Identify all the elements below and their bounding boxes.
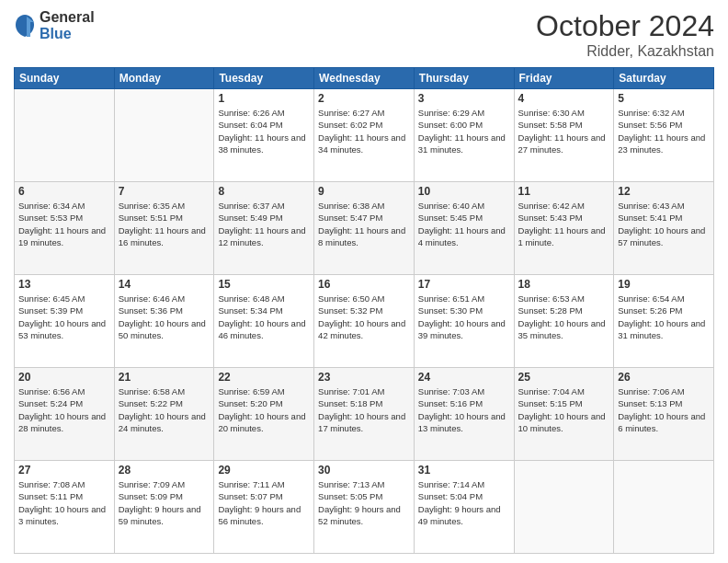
day-cell: 9Sunrise: 6:38 AM Sunset: 5:47 PM Daylig… [314,182,415,275]
weekday-header-tuesday: Tuesday [214,68,314,89]
day-cell: 12Sunrise: 6:43 AM Sunset: 5:41 PM Dayli… [614,182,714,275]
day-number: 26 [618,371,710,384]
day-number: 8 [218,185,310,198]
day-cell [15,89,115,182]
day-cell: 16Sunrise: 6:50 AM Sunset: 5:32 PM Dayli… [314,275,415,368]
day-number: 16 [318,278,410,291]
day-cell: 21Sunrise: 6:58 AM Sunset: 5:22 PM Dayli… [114,368,214,461]
day-number: 9 [318,185,410,198]
day-number: 27 [18,464,110,477]
day-cell: 10Sunrise: 6:40 AM Sunset: 5:45 PM Dayli… [414,182,514,275]
day-number: 12 [618,185,710,198]
weekday-header-thursday: Thursday [414,68,514,89]
day-info: Sunrise: 7:13 AM Sunset: 5:05 PM Dayligh… [318,478,410,527]
day-cell: 4Sunrise: 6:30 AM Sunset: 5:58 PM Daylig… [514,89,614,182]
day-number: 6 [18,185,110,198]
day-info: Sunrise: 6:43 AM Sunset: 5:41 PM Dayligh… [618,200,710,248]
day-cell: 19Sunrise: 6:54 AM Sunset: 5:26 PM Dayli… [614,275,714,368]
title-area: October 2024 Ridder, Kazakhstan [536,9,714,60]
day-cell: 17Sunrise: 6:51 AM Sunset: 5:30 PM Dayli… [414,275,514,368]
day-info: Sunrise: 7:04 AM Sunset: 5:15 PM Dayligh… [518,385,610,434]
week-row-3: 13Sunrise: 6:45 AM Sunset: 5:39 PM Dayli… [15,275,714,368]
day-cell: 8Sunrise: 6:37 AM Sunset: 5:49 PM Daylig… [214,182,314,275]
day-number: 31 [418,464,510,477]
day-number: 30 [318,464,410,477]
day-info: Sunrise: 7:09 AM Sunset: 5:09 PM Dayligh… [119,478,210,527]
day-cell: 30Sunrise: 7:13 AM Sunset: 5:05 PM Dayli… [314,461,415,554]
day-info: Sunrise: 6:26 AM Sunset: 6:04 PM Dayligh… [218,107,310,155]
day-number: 3 [418,92,510,105]
day-number: 20 [18,371,110,384]
day-number: 1 [218,92,310,105]
week-row-4: 20Sunrise: 6:56 AM Sunset: 5:24 PM Dayli… [15,368,714,461]
day-cell: 27Sunrise: 7:08 AM Sunset: 5:11 PM Dayli… [15,461,115,554]
day-number: 21 [119,371,210,384]
logo: General Blue [14,9,95,41]
day-number: 7 [119,185,210,198]
day-cell: 26Sunrise: 7:06 AM Sunset: 5:13 PM Dayli… [614,368,714,461]
weekday-header-sunday: Sunday [15,68,115,89]
weekday-header-wednesday: Wednesday [314,68,415,89]
day-info: Sunrise: 6:58 AM Sunset: 5:22 PM Dayligh… [119,385,210,434]
day-info: Sunrise: 6:53 AM Sunset: 5:28 PM Dayligh… [518,293,610,341]
day-cell: 23Sunrise: 7:01 AM Sunset: 5:18 PM Dayli… [314,368,415,461]
day-cell: 13Sunrise: 6:45 AM Sunset: 5:39 PM Dayli… [15,275,115,368]
day-cell: 1Sunrise: 6:26 AM Sunset: 6:04 PM Daylig… [214,89,314,182]
day-info: Sunrise: 6:50 AM Sunset: 5:32 PM Dayligh… [318,293,410,341]
day-cell: 28Sunrise: 7:09 AM Sunset: 5:09 PM Dayli… [114,461,214,554]
day-cell: 3Sunrise: 6:29 AM Sunset: 6:00 PM Daylig… [414,89,514,182]
calendar-table: SundayMondayTuesdayWednesdayThursdayFrid… [14,67,714,554]
day-cell [514,461,614,554]
day-cell: 6Sunrise: 6:34 AM Sunset: 5:53 PM Daylig… [15,182,115,275]
day-cell: 2Sunrise: 6:27 AM Sunset: 6:02 PM Daylig… [314,89,415,182]
day-number: 29 [218,464,310,477]
day-number: 17 [418,278,510,291]
day-info: Sunrise: 7:06 AM Sunset: 5:13 PM Dayligh… [618,385,710,434]
day-info: Sunrise: 6:32 AM Sunset: 5:56 PM Dayligh… [618,107,710,155]
day-info: Sunrise: 6:45 AM Sunset: 5:39 PM Dayligh… [18,293,110,341]
logo-general-text: General [40,9,95,26]
weekday-header-friday: Friday [514,68,614,89]
day-info: Sunrise: 6:27 AM Sunset: 6:02 PM Dayligh… [318,107,410,155]
week-row-5: 27Sunrise: 7:08 AM Sunset: 5:11 PM Dayli… [15,461,714,554]
header: General Blue October 2024 Ridder, Kazakh… [14,9,714,60]
day-cell: 22Sunrise: 6:59 AM Sunset: 5:20 PM Dayli… [214,368,314,461]
weekday-header-monday: Monday [114,68,214,89]
day-info: Sunrise: 6:30 AM Sunset: 5:58 PM Dayligh… [518,107,610,155]
day-number: 25 [518,371,610,384]
day-number: 24 [418,371,510,384]
day-number: 22 [218,371,310,384]
day-info: Sunrise: 6:46 AM Sunset: 5:36 PM Dayligh… [119,293,210,341]
day-info: Sunrise: 6:48 AM Sunset: 5:34 PM Dayligh… [218,293,310,341]
day-number: 14 [119,278,210,291]
day-number: 28 [119,464,210,477]
day-number: 23 [318,371,410,384]
day-info: Sunrise: 6:38 AM Sunset: 5:47 PM Dayligh… [318,200,410,248]
weekday-header-row: SundayMondayTuesdayWednesdayThursdayFrid… [15,68,714,89]
day-cell: 20Sunrise: 6:56 AM Sunset: 5:24 PM Dayli… [15,368,115,461]
day-cell: 11Sunrise: 6:42 AM Sunset: 5:43 PM Dayli… [514,182,614,275]
day-cell [614,461,714,554]
day-info: Sunrise: 6:51 AM Sunset: 5:30 PM Dayligh… [418,293,510,341]
location: Ridder, Kazakhstan [536,43,714,60]
day-info: Sunrise: 6:56 AM Sunset: 5:24 PM Dayligh… [18,385,110,434]
logo-text: General Blue [40,9,95,41]
logo-icon [14,13,36,39]
week-row-1: 1Sunrise: 6:26 AM Sunset: 6:04 PM Daylig… [15,89,714,182]
day-cell: 18Sunrise: 6:53 AM Sunset: 5:28 PM Dayli… [514,275,614,368]
day-info: Sunrise: 7:01 AM Sunset: 5:18 PM Dayligh… [318,385,410,434]
day-cell: 5Sunrise: 6:32 AM Sunset: 5:56 PM Daylig… [614,89,714,182]
day-number: 5 [618,92,710,105]
day-cell: 7Sunrise: 6:35 AM Sunset: 5:51 PM Daylig… [114,182,214,275]
day-info: Sunrise: 6:29 AM Sunset: 6:00 PM Dayligh… [418,107,510,155]
day-info: Sunrise: 6:54 AM Sunset: 5:26 PM Dayligh… [618,293,710,341]
day-cell [114,89,214,182]
day-info: Sunrise: 6:35 AM Sunset: 5:51 PM Dayligh… [119,200,210,248]
day-number: 4 [518,92,610,105]
day-number: 15 [218,278,310,291]
day-cell: 15Sunrise: 6:48 AM Sunset: 5:34 PM Dayli… [214,275,314,368]
day-number: 18 [518,278,610,291]
day-info: Sunrise: 7:11 AM Sunset: 5:07 PM Dayligh… [218,478,310,527]
day-cell: 29Sunrise: 7:11 AM Sunset: 5:07 PM Dayli… [214,461,314,554]
day-info: Sunrise: 7:03 AM Sunset: 5:16 PM Dayligh… [418,385,510,434]
